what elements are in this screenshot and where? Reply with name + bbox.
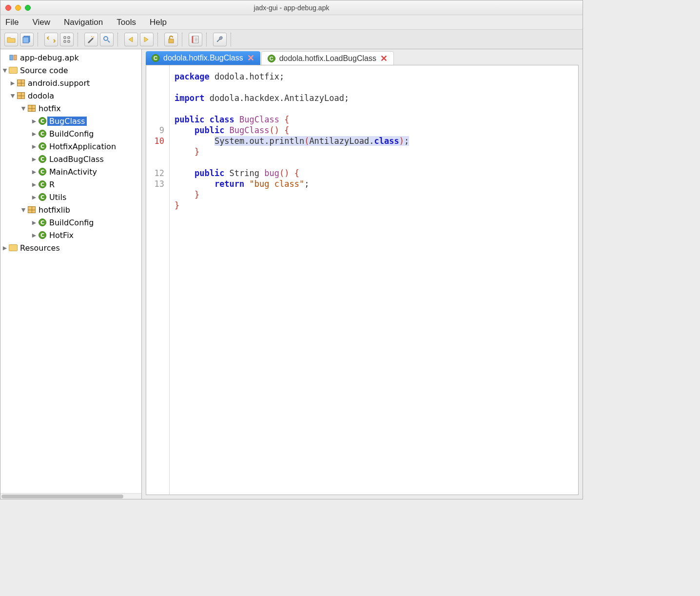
code-text <box>175 136 214 146</box>
deobfuscate-button[interactable] <box>84 33 98 46</box>
titlebar: jadx-gui - app-debug.apk <box>0 0 583 15</box>
toolbar-separator <box>78 33 80 46</box>
sync-button[interactable] <box>44 33 58 46</box>
brace: { <box>279 115 289 124</box>
tab-bugclass[interactable]: C dodola.hotfix.BugClass ✕ <box>146 51 260 65</box>
code-editor[interactable]: 9 10 12 13 package dodola.hotfix; import… <box>146 65 579 495</box>
menu-view[interactable]: View <box>32 18 50 27</box>
search-button[interactable] <box>100 33 114 46</box>
tree-package-dodola[interactable]: ▼ dodola <box>0 89 141 102</box>
back-button[interactable] <box>124 33 138 46</box>
class-icon: C <box>38 193 47 201</box>
menu-tools[interactable]: Tools <box>117 18 136 27</box>
search-icon <box>103 36 111 43</box>
toolbar-separator <box>182 33 185 46</box>
code-content[interactable]: package dodola.hotfix; import dodola.hac… <box>170 65 578 495</box>
tree-package-hotfix[interactable]: ▼ hotfix <box>0 102 141 115</box>
tree-label: Resources <box>18 243 62 253</box>
decompile-button[interactable] <box>164 33 178 46</box>
expand-icon[interactable]: ▶ <box>31 194 38 200</box>
tree-class-utils[interactable]: ▶ C Utils <box>0 191 141 203</box>
tree-class-r[interactable]: ▶ C R <box>0 178 141 191</box>
class-name: BugClass <box>230 125 270 135</box>
tree-package-hotfixlib[interactable]: ▼ hotfixlib <box>0 203 141 216</box>
tree-class-hotfixapplication[interactable]: ▶ C HotfixApplication <box>0 140 141 153</box>
keyword: public <box>194 168 230 178</box>
log-button[interactable] <box>189 33 202 46</box>
folder-icon <box>8 67 18 74</box>
svg-rect-6 <box>169 39 174 43</box>
lock-open-icon <box>167 36 175 43</box>
tree-class-mainactivity[interactable]: ▶ C MainActivity <box>0 165 141 178</box>
keyword: return <box>214 179 250 189</box>
close-tab-icon[interactable]: ✕ <box>247 53 254 63</box>
expand-icon[interactable]: ▶ <box>31 232 38 238</box>
svg-rect-1 <box>23 37 29 43</box>
line-number: 12 <box>146 168 164 179</box>
collapse-icon[interactable]: ▼ <box>20 207 27 213</box>
svg-rect-13 <box>14 55 17 60</box>
keyword: public <box>194 125 230 135</box>
class-icon: C <box>268 55 275 62</box>
expand-icon[interactable]: ▶ <box>9 80 16 86</box>
package-icon <box>16 79 26 86</box>
tree-label: hotfixlib <box>37 205 72 215</box>
class-icon: C <box>152 54 159 62</box>
collapse-icon[interactable]: ▼ <box>1 67 8 74</box>
line-number-gutter: 9 10 12 13 <box>146 65 170 495</box>
scrollbar-thumb[interactable] <box>1 495 123 498</box>
forward-button[interactable] <box>140 33 154 46</box>
menu-help[interactable]: Help <box>150 18 167 27</box>
apk-icon <box>8 54 18 61</box>
menu-navigation[interactable]: Navigation <box>64 18 103 27</box>
expand-icon[interactable]: ▶ <box>31 143 38 150</box>
tree-resources[interactable]: ▶ Resources <box>0 241 141 254</box>
tree-class-buildconfig[interactable]: ▶ C BuildConfig <box>0 127 141 140</box>
expand-icon[interactable]: ▶ <box>1 245 8 251</box>
tree-label: HotFix <box>47 231 76 240</box>
tab-loadbugclass[interactable]: C dodola.hotfix.LoadBugClass ✕ <box>261 51 394 65</box>
collapse-icon[interactable]: ▼ <box>20 105 27 112</box>
arrow-left-icon <box>127 36 136 43</box>
project-tree[interactable]: app-debug.apk ▼ Source code ▶ android.su… <box>0 49 141 493</box>
expand-icon[interactable]: ▶ <box>31 219 38 226</box>
svg-point-3 <box>91 36 92 37</box>
paren: ) <box>399 136 404 146</box>
close-tab-icon[interactable]: ✕ <box>380 53 388 64</box>
class-icon: C <box>38 130 47 138</box>
code-text <box>175 168 194 178</box>
tree-label: MainActivity <box>47 167 99 177</box>
preferences-button[interactable] <box>213 33 227 46</box>
keyword: import <box>175 93 204 103</box>
tree-class-loadbugclass[interactable]: ▶ C LoadBugClass <box>0 153 141 165</box>
code-text <box>175 179 214 189</box>
sync-icon <box>47 36 56 43</box>
window-title: jadx-gui - app-debug.apk <box>0 4 583 12</box>
tree-class-hotfix[interactable]: ▶ C HotFix <box>0 229 141 241</box>
class-icon: C <box>38 180 47 188</box>
tree-label: app-debug.apk <box>18 53 81 62</box>
tab-label: dodola.hotfix.LoadBugClass <box>279 54 376 63</box>
tree-root[interactable]: app-debug.apk <box>0 51 141 64</box>
line-number: 9 <box>146 125 164 136</box>
tree-package-android-support[interactable]: ▶ android.support <box>0 77 141 89</box>
tab-label: dodola.hotfix.BugClass <box>163 54 243 62</box>
brace: } <box>175 200 179 210</box>
expand-icon[interactable]: ▶ <box>31 156 38 162</box>
package-icon <box>16 92 26 99</box>
code-text: AntilazyLoad. <box>309 136 374 146</box>
open-file-button[interactable] <box>4 33 18 46</box>
save-all-button[interactable] <box>20 33 34 46</box>
expand-icon[interactable]: ▶ <box>31 181 38 188</box>
expand-icon[interactable]: ▶ <box>31 118 38 124</box>
menu-file[interactable]: File <box>5 18 19 27</box>
collapse-icon[interactable]: ▼ <box>9 93 16 99</box>
flatten-packages-button[interactable] <box>60 33 74 46</box>
toolbar-separator <box>157 33 160 46</box>
tree-source-code[interactable]: ▼ Source code <box>0 64 141 77</box>
expand-icon[interactable]: ▶ <box>31 131 38 137</box>
horizontal-scrollbar[interactable] <box>0 493 141 499</box>
tree-class-bugclass[interactable]: ▶ C BugClass <box>0 115 141 127</box>
tree-class-buildconfig2[interactable]: ▶ C BuildConfig <box>0 216 141 229</box>
expand-icon[interactable]: ▶ <box>31 169 38 175</box>
